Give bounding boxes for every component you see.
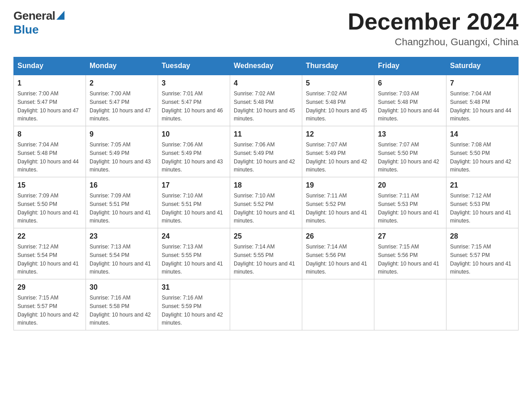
table-row: 19 Sunrise: 7:11 AMSunset: 5:52 PMDaylig…: [302, 177, 374, 228]
table-row: 16 Sunrise: 7:09 AMSunset: 5:51 PMDaylig…: [86, 177, 158, 228]
day-info: Sunrise: 7:15 AMSunset: 5:57 PMDaylight:…: [17, 295, 79, 326]
day-info: Sunrise: 7:12 AMSunset: 5:54 PMDaylight:…: [17, 244, 79, 275]
calendar-week-row: 22 Sunrise: 7:12 AMSunset: 5:54 PMDaylig…: [14, 228, 519, 279]
day-info: Sunrise: 7:00 AMSunset: 5:47 PMDaylight:…: [17, 90, 79, 122]
day-info: Sunrise: 7:04 AMSunset: 5:48 PMDaylight:…: [450, 90, 511, 122]
table-row: 9 Sunrise: 7:05 AMSunset: 5:49 PMDayligh…: [86, 126, 158, 177]
day-number: 26: [306, 231, 370, 242]
day-info: Sunrise: 7:00 AMSunset: 5:47 PMDaylight:…: [90, 90, 151, 122]
day-info: Sunrise: 7:08 AMSunset: 5:50 PMDaylight:…: [450, 141, 511, 173]
table-row: 18 Sunrise: 7:10 AMSunset: 5:52 PMDaylig…: [230, 177, 302, 228]
table-row: 2 Sunrise: 7:00 AMSunset: 5:47 PMDayligh…: [86, 75, 158, 126]
table-row: 1 Sunrise: 7:00 AMSunset: 5:47 PMDayligh…: [14, 75, 86, 126]
page-header: General Blue December 2024 Changzhou, Gu…: [13, 9, 519, 48]
day-number: 3: [162, 78, 226, 89]
table-row: 26 Sunrise: 7:14 AMSunset: 5:56 PMDaylig…: [302, 228, 374, 279]
day-number: 6: [378, 78, 442, 89]
table-row: 17 Sunrise: 7:10 AMSunset: 5:51 PMDaylig…: [158, 177, 230, 228]
day-number: 8: [17, 129, 82, 140]
table-row: [230, 279, 302, 330]
table-row: 25 Sunrise: 7:14 AMSunset: 5:55 PMDaylig…: [230, 228, 302, 279]
day-number: 12: [306, 129, 370, 140]
table-row: 24 Sunrise: 7:13 AMSunset: 5:55 PMDaylig…: [158, 228, 230, 279]
day-number: 16: [90, 180, 154, 191]
day-info: Sunrise: 7:09 AMSunset: 5:50 PMDaylight:…: [17, 193, 79, 224]
day-info: Sunrise: 7:04 AMSunset: 5:48 PMDaylight:…: [17, 141, 79, 173]
day-info: Sunrise: 7:02 AMSunset: 5:48 PMDaylight:…: [234, 90, 295, 122]
calendar-header-row: Sunday Monday Tuesday Wednesday Thursday…: [14, 57, 519, 75]
col-wednesday: Wednesday: [230, 57, 302, 75]
day-number: 30: [90, 282, 154, 293]
table-row: 30 Sunrise: 7:16 AMSunset: 5:58 PMDaylig…: [86, 279, 158, 330]
day-number: 17: [162, 180, 226, 191]
svg-marker-0: [56, 11, 64, 20]
table-row: 31 Sunrise: 7:16 AMSunset: 5:59 PMDaylig…: [158, 279, 230, 330]
day-info: Sunrise: 7:15 AMSunset: 5:56 PMDaylight:…: [378, 244, 439, 275]
table-row: 6 Sunrise: 7:03 AMSunset: 5:48 PMDayligh…: [374, 75, 446, 126]
day-number: 13: [378, 129, 442, 140]
day-info: Sunrise: 7:14 AMSunset: 5:55 PMDaylight:…: [234, 244, 295, 275]
day-info: Sunrise: 7:10 AMSunset: 5:52 PMDaylight:…: [234, 193, 295, 224]
day-number: 22: [17, 231, 82, 242]
day-info: Sunrise: 7:06 AMSunset: 5:49 PMDaylight:…: [162, 141, 223, 173]
table-row: 11 Sunrise: 7:06 AMSunset: 5:49 PMDaylig…: [230, 126, 302, 177]
table-row: 10 Sunrise: 7:06 AMSunset: 5:49 PMDaylig…: [158, 126, 230, 177]
logo-general-text: General: [13, 9, 55, 23]
table-row: 5 Sunrise: 7:02 AMSunset: 5:48 PMDayligh…: [302, 75, 374, 126]
table-row: 21 Sunrise: 7:12 AMSunset: 5:53 PMDaylig…: [446, 177, 519, 228]
col-saturday: Saturday: [446, 57, 519, 75]
title-block: December 2024 Changzhou, Guangxi, China: [348, 9, 519, 48]
calendar-week-row: 1 Sunrise: 7:00 AMSunset: 5:47 PMDayligh…: [14, 75, 519, 126]
day-info: Sunrise: 7:02 AMSunset: 5:48 PMDaylight:…: [306, 90, 367, 122]
day-number: 9: [90, 129, 154, 140]
day-number: 21: [450, 180, 515, 191]
day-info: Sunrise: 7:11 AMSunset: 5:52 PMDaylight:…: [306, 193, 367, 224]
table-row: 7 Sunrise: 7:04 AMSunset: 5:48 PMDayligh…: [446, 75, 519, 126]
table-row: 8 Sunrise: 7:04 AMSunset: 5:48 PMDayligh…: [14, 126, 86, 177]
table-row: [302, 279, 374, 330]
col-sunday: Sunday: [14, 57, 86, 75]
table-row: [374, 279, 446, 330]
day-info: Sunrise: 7:09 AMSunset: 5:51 PMDaylight:…: [90, 193, 151, 224]
day-number: 20: [378, 180, 442, 191]
day-number: 15: [17, 180, 82, 191]
day-info: Sunrise: 7:16 AMSunset: 5:58 PMDaylight:…: [90, 295, 151, 326]
day-number: 24: [162, 231, 226, 242]
day-number: 23: [90, 231, 154, 242]
day-number: 19: [306, 180, 370, 191]
col-friday: Friday: [374, 57, 446, 75]
day-number: 10: [162, 129, 226, 140]
col-tuesday: Tuesday: [158, 57, 230, 75]
day-info: Sunrise: 7:10 AMSunset: 5:51 PMDaylight:…: [162, 193, 223, 224]
day-number: 27: [378, 231, 442, 242]
calendar-week-row: 29 Sunrise: 7:15 AMSunset: 5:57 PMDaylig…: [14, 279, 519, 330]
day-number: 28: [450, 231, 515, 242]
day-info: Sunrise: 7:12 AMSunset: 5:53 PMDaylight:…: [450, 193, 511, 224]
table-row: 15 Sunrise: 7:09 AMSunset: 5:50 PMDaylig…: [14, 177, 86, 228]
col-thursday: Thursday: [302, 57, 374, 75]
day-number: 11: [234, 129, 298, 140]
day-info: Sunrise: 7:13 AMSunset: 5:54 PMDaylight:…: [90, 244, 151, 275]
day-number: 7: [450, 78, 515, 89]
table-row: 12 Sunrise: 7:07 AMSunset: 5:49 PMDaylig…: [302, 126, 374, 177]
table-row: 29 Sunrise: 7:15 AMSunset: 5:57 PMDaylig…: [14, 279, 86, 330]
day-info: Sunrise: 7:13 AMSunset: 5:55 PMDaylight:…: [162, 244, 223, 275]
table-row: 3 Sunrise: 7:01 AMSunset: 5:47 PMDayligh…: [158, 75, 230, 126]
table-row: 22 Sunrise: 7:12 AMSunset: 5:54 PMDaylig…: [14, 228, 86, 279]
day-number: 4: [234, 78, 298, 89]
day-number: 25: [234, 231, 298, 242]
day-number: 14: [450, 129, 515, 140]
day-info: Sunrise: 7:03 AMSunset: 5:48 PMDaylight:…: [378, 90, 439, 122]
day-number: 31: [162, 282, 226, 293]
day-number: 18: [234, 180, 298, 191]
day-info: Sunrise: 7:14 AMSunset: 5:56 PMDaylight:…: [306, 244, 367, 275]
table-row: 27 Sunrise: 7:15 AMSunset: 5:56 PMDaylig…: [374, 228, 446, 279]
day-number: 5: [306, 78, 370, 89]
col-monday: Monday: [86, 57, 158, 75]
day-info: Sunrise: 7:15 AMSunset: 5:57 PMDaylight:…: [450, 244, 511, 275]
calendar-table: Sunday Monday Tuesday Wednesday Thursday…: [13, 57, 519, 330]
calendar-week-row: 8 Sunrise: 7:04 AMSunset: 5:48 PMDayligh…: [14, 126, 519, 177]
calendar-week-row: 15 Sunrise: 7:09 AMSunset: 5:50 PMDaylig…: [14, 177, 519, 228]
logo: General Blue: [13, 9, 64, 37]
day-info: Sunrise: 7:05 AMSunset: 5:49 PMDaylight:…: [90, 141, 151, 173]
